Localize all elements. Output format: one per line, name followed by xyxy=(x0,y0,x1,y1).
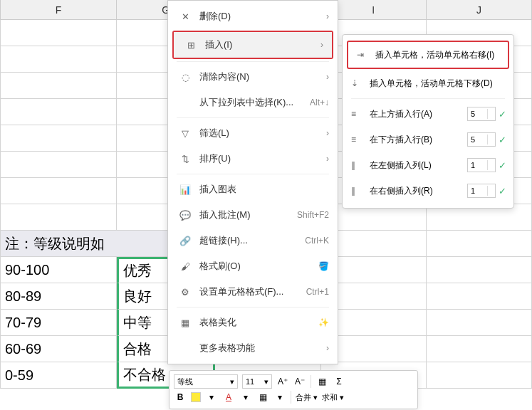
font-size: 11 xyxy=(246,377,254,386)
cell[interactable] xyxy=(0,125,117,152)
cell[interactable] xyxy=(0,20,117,46)
sum-button[interactable]: 求和 ▾ xyxy=(322,391,344,404)
separator xyxy=(291,391,291,404)
menu-label: 超链接(H)... xyxy=(199,234,305,247)
row-above-icon: ≡ xyxy=(351,109,364,119)
grade-range[interactable]: 70-79 xyxy=(0,310,117,336)
border-dropdown[interactable]: ▾ xyxy=(273,391,286,404)
separator xyxy=(177,117,329,118)
submenu-shift-right[interactable]: ⇥ 插入单元格，活动单元格右移(I) xyxy=(348,42,508,68)
rows-above-spinner[interactable]: 5 xyxy=(467,107,496,121)
menu-label: 格式刷(O) xyxy=(199,260,318,273)
font-size-select[interactable]: 11 ▾ xyxy=(242,374,272,389)
cell[interactable] xyxy=(427,257,532,283)
border-button[interactable]: ▦ xyxy=(256,391,269,404)
menu-hyperlink[interactable]: 🔗 超链接(H)... Ctrl+K xyxy=(168,228,338,253)
menu-format-painter[interactable]: 🖌 格式刷(O) 🪣 xyxy=(168,253,338,279)
menu-label: 插入图表 xyxy=(199,183,329,196)
shift-down-icon: ⇣ xyxy=(351,78,364,88)
cell[interactable] xyxy=(0,73,117,99)
cols-left-spinner[interactable]: 1 xyxy=(467,158,496,172)
shift-right-icon: ⇥ xyxy=(357,50,370,60)
cell[interactable] xyxy=(0,99,117,125)
check-icon[interactable]: ✓ xyxy=(499,135,506,145)
menu-sort[interactable]: ⇅ 排序(U) › xyxy=(168,146,338,172)
check-icon[interactable]: ✓ xyxy=(499,109,506,120)
separator xyxy=(177,307,329,308)
cell[interactable] xyxy=(0,152,117,178)
merge-icon[interactable]: ▦ xyxy=(315,375,328,388)
row-below-icon: ≡ xyxy=(351,135,364,144)
chevron-down-icon: ▾ xyxy=(230,377,234,387)
insert-submenu: ⇥ 插入单元格，活动单元格右移(I) ⇣ 插入单元格，活动单元格下移(D) ≡ … xyxy=(342,34,514,209)
grade-range[interactable]: 60-69 xyxy=(0,336,117,362)
font-color-button[interactable]: A xyxy=(222,391,235,404)
col-header-f[interactable]: F xyxy=(0,0,117,19)
link-icon: 🔗 xyxy=(178,236,192,246)
menu-label: 排序(U) xyxy=(199,152,326,165)
menu-delete[interactable]: ✕ 删除(D) › xyxy=(168,4,338,29)
separator xyxy=(177,61,329,62)
sort-icon: ⇅ xyxy=(178,154,192,164)
menu-cell-format[interactable]: ⚙ 设置单元格格式(F)... Ctrl+1 xyxy=(168,279,338,305)
grade-range[interactable]: 0-59 xyxy=(0,362,117,389)
bucket-icon: 🪣 xyxy=(318,261,329,271)
shortcut-hint: Ctrl+K xyxy=(305,236,329,246)
highlight-shift-right: ⇥ 插入单元格，活动单元格右移(I) xyxy=(347,41,509,69)
menu-table-beauty[interactable]: ▦ 表格美化 ✨ xyxy=(168,310,338,335)
submenu-shift-down[interactable]: ⇣ 插入单元格，活动单元格下移(D) xyxy=(343,70,513,96)
grow-font-button[interactable]: A⁺ xyxy=(276,375,289,388)
font-select[interactable]: 等线 ▾ xyxy=(174,374,238,389)
menu-more-table[interactable]: 更多表格功能 › xyxy=(168,335,338,361)
submenu-cols-left[interactable]: ‖ 在左侧插入列(L) 1 ✓ xyxy=(343,152,513,178)
cell[interactable] xyxy=(427,283,532,310)
cell[interactable] xyxy=(0,46,117,73)
cell[interactable] xyxy=(427,336,532,362)
fill-dropdown[interactable]: ▾ xyxy=(205,391,218,404)
shortcut-hint: Alt+↓ xyxy=(310,98,329,107)
cell[interactable] xyxy=(427,231,532,257)
cell[interactable] xyxy=(427,362,532,389)
check-icon[interactable]: ✓ xyxy=(499,186,506,196)
font-name: 等线 xyxy=(177,377,193,387)
paintbrush-icon: 🖌 xyxy=(178,261,192,272)
menu-insert[interactable]: ⊞ 插入(I) › xyxy=(174,32,332,58)
submenu-label: 在右侧插入列(R) xyxy=(370,185,467,197)
cell[interactable] xyxy=(0,178,117,204)
merge-button[interactable]: 合并 ▾ xyxy=(296,391,318,404)
col-header-j[interactable]: J xyxy=(427,0,532,19)
menu-dropdown-list[interactable]: 从下拉列表中选择(K)... Alt+↓ xyxy=(168,90,338,115)
cell[interactable] xyxy=(427,310,532,336)
insert-icon: ⊞ xyxy=(184,40,198,51)
font-color-dropdown[interactable]: ▾ xyxy=(239,391,252,404)
menu-label: 表格美化 xyxy=(199,316,318,329)
submenu-label: 插入单元格，活动单元格右移(I) xyxy=(375,49,501,61)
separator xyxy=(351,98,505,99)
grade-range[interactable]: 80-89 xyxy=(0,283,117,310)
rows-below-spinner[interactable]: 5 xyxy=(467,132,496,147)
submenu-rows-below[interactable]: ≡ 在下方插入行(B) 5 ✓ xyxy=(343,127,513,152)
chevron-right-icon: › xyxy=(326,343,329,353)
autosum-icon[interactable]: Σ xyxy=(333,375,345,388)
menu-filter[interactable]: ▽ 筛选(L) › xyxy=(168,120,338,146)
grade-range[interactable]: 90-100 xyxy=(0,257,117,283)
chevron-right-icon: › xyxy=(320,40,323,50)
delete-icon: ✕ xyxy=(178,11,192,22)
submenu-label: 在左侧插入列(L) xyxy=(370,159,467,172)
submenu-label: 插入单元格，活动单元格下移(D) xyxy=(370,78,506,90)
menu-insert-chart[interactable]: 📊 插入图表 xyxy=(168,177,338,202)
submenu-cols-right[interactable]: ‖ 在右侧插入列(R) 1 ✓ xyxy=(343,178,513,204)
fill-color-button[interactable] xyxy=(191,392,201,402)
check-icon[interactable]: ✓ xyxy=(499,160,506,171)
cols-right-spinner[interactable]: 1 xyxy=(467,184,496,198)
bold-button[interactable]: B xyxy=(174,391,187,404)
submenu-rows-above[interactable]: ≡ 在上方插入行(A) 5 ✓ xyxy=(343,101,513,127)
settings-icon: ⚙ xyxy=(178,287,192,298)
comment-icon: 💬 xyxy=(178,210,192,221)
filter-icon: ▽ xyxy=(178,128,192,139)
menu-label: 清除内容(N) xyxy=(199,70,326,83)
cell[interactable] xyxy=(0,204,117,231)
shrink-font-button[interactable]: A⁻ xyxy=(293,375,306,388)
menu-insert-comment[interactable]: 💬 插入批注(M) Shift+F2 xyxy=(168,202,338,228)
menu-clear[interactable]: ◌ 清除内容(N) › xyxy=(168,64,338,90)
